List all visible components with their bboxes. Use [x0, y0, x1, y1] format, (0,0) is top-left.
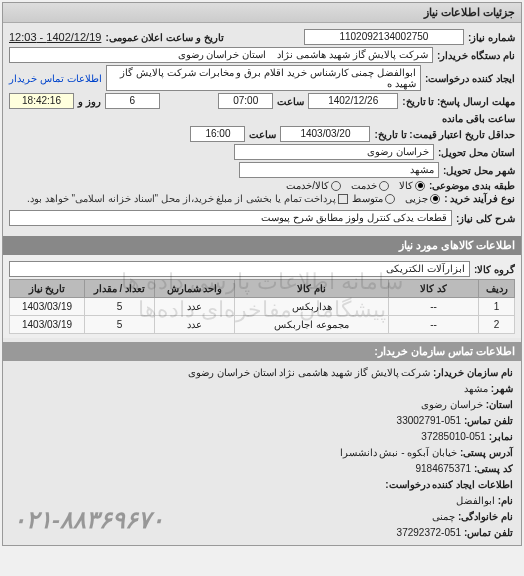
cell-unit: عدد — [155, 316, 235, 334]
treasury-check[interactable]: پرداخت تمام یا بخشی از مبلغ خرید،از محل … — [27, 193, 348, 204]
contact-city: مشهد — [464, 383, 488, 394]
size-radio-group: جزیی متوسط — [352, 193, 440, 204]
resp-deadline-label: مهلت ارسال پاسخ: تا تاریخ: — [402, 96, 515, 107]
contact-fax-row: نمابر: 051-37285010 — [11, 429, 513, 445]
group-field: ابزارآلات الکتریکی — [9, 261, 470, 277]
radio-medium[interactable]: متوسط — [352, 193, 395, 204]
desc-field: قطعات یدکی کنترل ولوز مطابق شرح پیوست — [9, 210, 452, 226]
treasury-checkbox — [338, 194, 348, 204]
th-date: تاریخ نیاز — [10, 280, 85, 298]
table-header-row: ردیف کد کالا نام کالا واحد شمارش تعداد /… — [10, 280, 515, 298]
contact-creator-section: اطلاعات ایجاد کننده درخواست: — [11, 477, 513, 493]
radio-goods[interactable]: کالا — [399, 180, 425, 191]
items-area: گروه کالا: ابزارآلات الکتریکی ردیف کد کا… — [3, 255, 521, 338]
contact-addr-row: آدرس پستی: خیابان آبکوه - نبش دانشسرا — [11, 445, 513, 461]
cell-qty: 5 — [85, 298, 155, 316]
contact-prov: خراسان رضوی — [421, 399, 483, 410]
contact-surname-label: نام خانوادگی: — [458, 511, 513, 522]
contact-phone-label: تلفن تماس: — [464, 415, 513, 426]
table-row: 1 -- هداربکس عدد 5 1403/03/19 — [10, 298, 515, 316]
contact-phone: 051-33002791 — [397, 415, 462, 426]
cell-name: هداربکس — [235, 298, 389, 316]
announce-label: تاریخ و ساعت اعلان عمومی: — [105, 32, 223, 43]
deliv-city-field: مشهد — [239, 162, 439, 178]
radio-small[interactable]: جزیی — [405, 193, 440, 204]
radio-small-dot — [430, 194, 440, 204]
contact-city-row: شهر: مشهد — [11, 381, 513, 397]
buyer-contact-link[interactable]: اطلاعات تماس خریدار — [9, 73, 102, 84]
remaining-days-label: روز و — [78, 96, 101, 107]
radio-medium-dot — [385, 194, 395, 204]
purchase-size-label: نوع فرآیند خرید : — [444, 193, 515, 204]
radio-small-label: جزیی — [405, 193, 428, 204]
contact-postal: 9184675371 — [415, 463, 471, 474]
cell-unit: عدد — [155, 298, 235, 316]
contact-fax: 051-37285010 — [421, 431, 486, 442]
th-qty: تعداد / مقدار — [85, 280, 155, 298]
contact-phone2-label: تلفن تماس: — [464, 527, 513, 538]
contact-addr-label: آدرس پستی: — [460, 447, 513, 458]
cell-name: مجموعه اجاربکس — [235, 316, 389, 334]
contact-name: ابوالفضل — [456, 495, 495, 506]
th-row: ردیف — [479, 280, 515, 298]
footer-phone-watermark: ۰۲۱-۸۸۳۶۹۶۷۰ — [13, 501, 164, 539]
th-unit: واحد شمارش — [155, 280, 235, 298]
items-table: ردیف کد کالا نام کالا واحد شمارش تعداد /… — [9, 279, 515, 334]
cell-date: 1403/03/19 — [10, 316, 85, 334]
buyer-prov-text: استان خراسان رضوی — [178, 49, 267, 60]
th-code: کد کالا — [389, 280, 479, 298]
contact-fax-label: نمابر: — [489, 431, 513, 442]
buyer-org-field: شرکت پالایش گاز شهید هاشمی نژاد استان خر… — [9, 47, 433, 63]
remaining-time-field: 18:42:16 — [9, 93, 74, 109]
resp-time-label: ساعت — [277, 96, 304, 107]
validity-time-field: 16:00 — [190, 126, 245, 142]
th-name: نام کالا — [235, 280, 389, 298]
resp-time-field: 07:00 — [218, 93, 273, 109]
contact-creator-label: اطلاعات ایجاد کننده درخواست: — [385, 479, 513, 490]
desc-label: شرح کلی نیاز: — [456, 213, 515, 224]
radio-goods-dot — [415, 181, 425, 191]
cell-code: -- — [389, 316, 479, 334]
validity-date-field: 1403/03/20 — [280, 126, 370, 142]
cell-row: 1 — [479, 298, 515, 316]
contact-block: نام سازمان خریدار: شرکت پالایش گاز شهید … — [3, 361, 521, 545]
table-row: 2 -- مجموعه اجاربکس عدد 5 1403/03/19 — [10, 316, 515, 334]
form-area: شماره نیاز: 1102092134002750 تاریخ و ساع… — [3, 23, 521, 232]
radio-goods-service[interactable]: کالا/خدمت — [286, 180, 341, 191]
req-no-label: شماره نیاز: — [468, 32, 515, 43]
radio-service[interactable]: خدمت — [351, 180, 389, 191]
resp-date-field: 1402/12/26 — [308, 93, 398, 109]
contact-prov-label: استان: — [486, 399, 513, 410]
contact-city-label: شهر: — [491, 383, 513, 394]
radio-service-label: خدمت — [351, 180, 377, 191]
radio-gs-label: کالا/خدمت — [286, 180, 329, 191]
contact-addr: خیابان آبکوه - نبش دانشسرا — [340, 447, 457, 458]
remaining-suffix: ساعت باقی مانده — [442, 113, 515, 124]
buyer-org-label: نام دستگاه خریدار: — [437, 50, 515, 61]
details-panel: جزئیات اطلاعات نیاز شماره نیاز: 11020921… — [2, 2, 522, 546]
contact-section-title: اطلاعات تماس سازمان خریدار: — [3, 342, 521, 361]
treasury-note: پرداخت تمام یا بخشی از مبلغ خرید،از محل … — [27, 193, 336, 204]
contact-surname: چمنی — [432, 511, 455, 522]
group-label: گروه کالا: — [474, 264, 515, 275]
items-section-title: اطلاعات کالاهای مورد نیاز — [3, 236, 521, 255]
buyer-org-text: شرکت پالایش گاز شهید هاشمی نژاد — [277, 49, 428, 60]
contact-postal-label: کد پستی: — [474, 463, 513, 474]
deliv-city-label: شهر محل تحویل: — [443, 165, 515, 176]
contact-org: شرکت پالایش گاز شهید هاشمی نژاد استان خر… — [188, 367, 430, 378]
cell-date: 1403/03/19 — [10, 298, 85, 316]
contact-org-row: نام سازمان خریدار: شرکت پالایش گاز شهید … — [11, 365, 513, 381]
contact-phone-row: تلفن تماس: 051-33002791 — [11, 413, 513, 429]
creator-label: ایجاد کننده درخواست: — [425, 73, 515, 84]
validity-time-label: ساعت — [249, 129, 276, 140]
contact-phone2: 051-37292372 — [397, 527, 462, 538]
cell-qty: 5 — [85, 316, 155, 334]
remaining-days-field: 6 — [105, 93, 160, 109]
panel-title: جزئیات اطلاعات نیاز — [3, 3, 521, 23]
cell-row: 2 — [479, 316, 515, 334]
deliv-prov-label: استان محل تحویل: — [438, 147, 515, 158]
validity-label: حداقل تاریخ اعتبار قیمت: تا تاریخ: — [374, 129, 515, 140]
deliv-prov-field: خراسان رضوی — [234, 144, 434, 160]
contact-postal-row: کد پستی: 9184675371 — [11, 461, 513, 477]
cell-code: -- — [389, 298, 479, 316]
